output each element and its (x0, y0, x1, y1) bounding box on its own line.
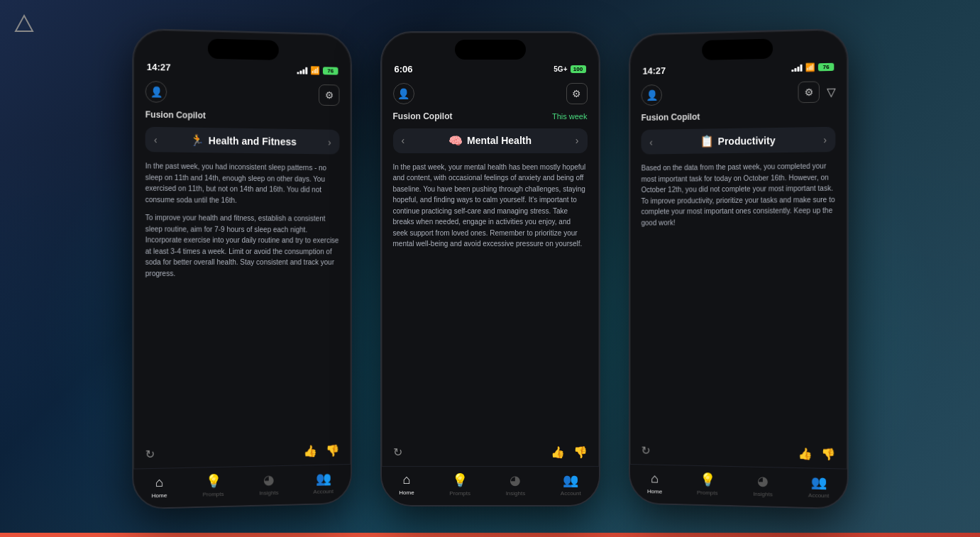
app-header-left: 👤 ⚙ (145, 80, 339, 105)
bottom-nav-left: ⌂ Home 💡 Prompts ◕ Insights 👥 Account (133, 463, 351, 507)
app-content-right: 👤 ⚙ ▽ Fusion Copilot ‹ 📋 Productivity (629, 74, 847, 468)
account-icon-left: 👥 (315, 470, 331, 486)
account-icon-center: 👥 (563, 472, 578, 488)
nav-insights-right[interactable]: ◕ Insights (753, 472, 773, 497)
prev-arrow-right[interactable]: ‹ (649, 136, 653, 148)
prev-arrow-left[interactable]: ‹ (153, 133, 157, 145)
content-p1-right: Based on the data from the past week, yo… (641, 160, 835, 228)
wifi-right: 📶 (805, 62, 815, 72)
thumbup-btn-center[interactable]: 👍 (551, 445, 565, 459)
filter-icon-right[interactable]: ▽ (827, 84, 835, 98)
status-icons-right: 📶 76 (791, 62, 834, 72)
profile-btn-center[interactable]: 👤 (393, 83, 414, 104)
dynamic-island-left (207, 38, 278, 60)
action-row-center: ↻ 👍 👎 (393, 437, 588, 466)
content-p1-left: In the past week, you had inconsistent s… (145, 160, 339, 206)
nav-insights-left[interactable]: ◕ Insights (259, 472, 278, 497)
content-p2-left: To improve your health and fitness, esta… (145, 212, 339, 279)
thumbdown-btn-left[interactable]: 👎 (325, 443, 339, 457)
insights-icon-center: ◕ (510, 472, 521, 488)
status-icons-center: 5G+ 100 (554, 65, 585, 73)
feedback-center: 👍 👎 (551, 445, 588, 459)
app-header-right: 👤 ⚙ ▽ (641, 80, 835, 105)
home-label-center: Home (399, 489, 414, 496)
thumbdown-btn-center[interactable]: 👎 (573, 445, 588, 459)
time-center: 6:06 (395, 64, 413, 74)
category-nav-left: ‹ 🏃 Health and Fitness › (145, 126, 339, 154)
prompts-label-left: Prompts (202, 490, 224, 497)
signal-right (791, 64, 802, 71)
title-row-right: Fusion Copilot (641, 109, 835, 123)
thumbup-btn-right[interactable]: 👍 (798, 446, 812, 460)
refresh-btn-center[interactable]: ↻ (393, 445, 402, 459)
nav-account-left[interactable]: 👥 Account (313, 470, 333, 494)
thumbdown-btn-right[interactable]: 👎 (820, 447, 835, 461)
settings-btn-left[interactable]: ⚙ (319, 84, 339, 105)
status-icons-left: 📶 76 (297, 65, 338, 75)
refresh-btn-left[interactable]: ↻ (145, 447, 154, 460)
category-label-left: Health and Fitness (208, 134, 296, 147)
app-header-center: 👤 ⚙ (393, 83, 588, 104)
prompts-icon-left: 💡 (205, 472, 221, 489)
dynamic-island-right (702, 38, 773, 60)
title-row-left: Fusion Copilot (145, 109, 339, 123)
content-left: In the past week, you had inconsistent s… (145, 160, 339, 438)
category-title-left: 🏃 Health and Fitness (189, 133, 296, 148)
gear-icon-center: ⚙ (572, 88, 581, 99)
profile-icon-right: 👤 (645, 89, 657, 101)
app-title-center: Fusion Copilot (393, 111, 453, 121)
time-right: 14:27 (642, 65, 666, 77)
insights-icon-left: ◕ (263, 472, 274, 487)
app-title-right: Fusion Copilot (641, 111, 700, 122)
prompts-icon-right: 💡 (699, 472, 715, 487)
account-label-center: Account (561, 490, 581, 497)
category-nav-center: ‹ 🧠 Mental Health › (393, 128, 588, 153)
app-title-left: Fusion Copilot (145, 109, 205, 121)
bottom-bar (0, 533, 980, 537)
gear-icon-left: ⚙ (324, 89, 334, 101)
battery-center: 100 (571, 65, 586, 73)
nav-prompts-left[interactable]: 💡 Prompts (202, 472, 224, 497)
app-content-center: 👤 ⚙ Fusion Copilot This week ‹ 🧠 Mental … (382, 77, 599, 466)
nav-home-center[interactable]: ⌂ Home (399, 472, 414, 496)
action-row-left: ↻ 👍 👎 (145, 435, 339, 468)
prev-arrow-center[interactable]: ‹ (402, 135, 405, 146)
next-arrow-center[interactable]: › (576, 135, 579, 146)
content-p1-center: In the past week, your mental health has… (393, 162, 588, 250)
settings-btn-right[interactable]: ⚙ (798, 81, 819, 103)
content-center: In the past week, your mental health has… (393, 162, 588, 437)
gear-icon-right: ⚙ (804, 86, 813, 97)
home-icon-left: ⌂ (155, 475, 163, 489)
signal-center: 5G+ (554, 65, 567, 73)
next-arrow-right[interactable]: › (823, 133, 827, 145)
battery-left: 76 (322, 67, 338, 74)
insights-icon-right: ◕ (756, 472, 768, 488)
nav-account-right[interactable]: 👥 Account (808, 474, 828, 499)
action-row-right: ↻ 👍 👎 (641, 435, 835, 468)
nav-home-left[interactable]: ⌂ Home (151, 475, 167, 499)
nav-home-right[interactable]: ⌂ Home (647, 470, 662, 494)
header-right-icons: ⚙ ▽ (798, 80, 835, 102)
profile-icon-center: 👤 (397, 88, 409, 99)
prompts-label-center: Prompts (449, 490, 470, 497)
category-emoji-right: 📋 (699, 134, 713, 148)
category-title-center: 🧠 Mental Health (448, 134, 532, 148)
nav-insights-center[interactable]: ◕ Insights (506, 472, 526, 497)
profile-btn-left[interactable]: 👤 (145, 80, 167, 102)
app-content-left: 👤 ⚙ Fusion Copilot ‹ 🏃 Health and Fitnes… (133, 74, 351, 468)
refresh-btn-right[interactable]: ↻ (641, 443, 650, 457)
thumbup-btn-left[interactable]: 👍 (303, 444, 317, 458)
settings-btn-center[interactable]: ⚙ (566, 83, 588, 104)
phone-left: 14:27 📶 76 👤 ⚙ (132, 28, 352, 509)
time-left: 14:27 (146, 61, 170, 72)
feedback-left: 👍 👎 (303, 443, 339, 458)
profile-btn-right[interactable]: 👤 (641, 84, 661, 105)
phones-container: 14:27 📶 76 👤 ⚙ (141, 31, 840, 506)
svg-marker-0 (16, 16, 33, 31)
next-arrow-left[interactable]: › (328, 136, 331, 148)
nav-prompts-right[interactable]: 💡 Prompts (697, 471, 718, 496)
nav-prompts-center[interactable]: 💡 Prompts (449, 472, 470, 497)
home-label-left: Home (151, 492, 167, 499)
nav-account-center[interactable]: 👥 Account (561, 472, 581, 497)
signal-left (297, 66, 307, 73)
